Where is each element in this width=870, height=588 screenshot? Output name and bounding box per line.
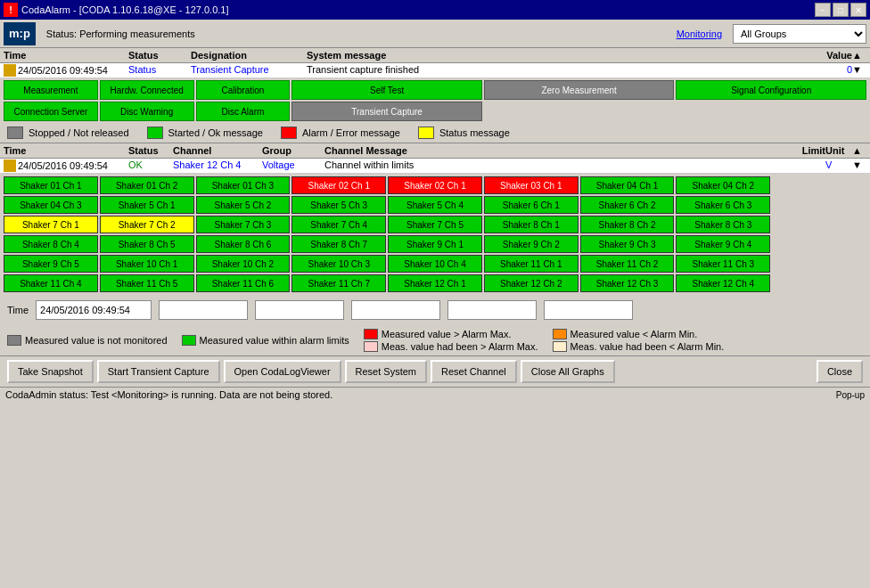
channel-button-1-1[interactable]: Shaker 5 Ch 1 [100,196,194,214]
ch-scroll-up[interactable]: ▲ [852,145,866,156]
disc-warning-button[interactable]: Disc Warning [100,102,194,121]
ch-row-channel: Shaker 12 Ch 4 [173,159,262,172]
channel-button-1-0[interactable]: Shaker 04 Ch 3 [4,196,98,214]
take-snapshot-button[interactable]: Take Snapshot [7,360,94,383]
signal-config-button[interactable]: Signal Configuration [676,80,866,100]
reset-system-button[interactable]: Reset System [345,360,427,383]
channel-button-2-5[interactable]: Shaker 8 Ch 1 [484,216,579,233]
channel-button-0-4[interactable]: Shaker 02 Ch 1 [388,176,482,194]
hardw-connected-button[interactable]: Hardw. Connected [100,80,194,100]
channel-button-3-4[interactable]: Shaker 9 Ch 1 [388,235,482,253]
time-input[interactable] [36,300,152,320]
time-field-5[interactable] [447,300,537,320]
channel-button-0-0[interactable]: Shaker 01 Ch 1 [4,176,98,194]
time-label: Time [7,305,29,315]
had-been-below-icon [553,341,567,352]
channel-button-3-3[interactable]: Shaker 8 Ch 7 [291,235,386,253]
channel-button-4-6[interactable]: Shaker 11 Ch 2 [580,255,675,273]
channel-button-4-4[interactable]: Shaker 10 Ch 4 [388,255,482,273]
channel-button-4-7[interactable]: Shaker 11 Ch 3 [676,255,770,273]
zero-measurement-button[interactable]: Zero Measurement [484,80,675,100]
channel-button-2-1[interactable]: Shaker 7 Ch 2 [100,216,194,233]
close-button[interactable]: Close [817,360,863,383]
not-monitored-label: Measured value is not monitored [25,335,168,346]
ch-scroll-down[interactable]: ▼ [852,159,866,172]
channel-button-5-0[interactable]: Shaker 11 Ch 4 [4,274,98,292]
channel-button-2-7[interactable]: Shaker 8 Ch 3 [676,216,770,233]
channel-row-3: Shaker 8 Ch 4Shaker 8 Ch 5Shaker 8 Ch 6S… [4,235,866,253]
transient-capture-button[interactable]: Transient Capture [291,102,482,121]
log-header-time: Time [4,50,128,61]
status-bar: CodaAdmin status: Test <Monitoring> is r… [0,387,870,402]
log-row-value: 0 [799,64,852,77]
time-field-4[interactable] [351,300,440,320]
channel-button-4-1[interactable]: Shaker 10 Ch 1 [100,255,194,273]
channel-button-3-2[interactable]: Shaker 8 Ch 6 [196,235,291,253]
channel-button-0-3[interactable]: Shaker 02 Ch 1 [291,176,386,194]
channel-button-4-3[interactable]: Shaker 10 Ch 3 [291,255,386,273]
channel-button-3-0[interactable]: Shaker 8 Ch 4 [4,235,98,253]
disc-alarm-button[interactable]: Disc Alarm [196,102,291,121]
monitoring-link[interactable]: Monitoring [669,29,729,39]
channel-button-2-6[interactable]: Shaker 8 Ch 2 [580,216,675,233]
channel-button-0-5[interactable]: Shaker 03 Ch 1 [484,176,579,194]
channel-button-5-5[interactable]: Shaker 12 Ch 2 [484,274,579,292]
log-scroll-up[interactable]: ▲ [852,50,866,61]
channel-button-3-6[interactable]: Shaker 9 Ch 3 [580,235,675,253]
connection-server-button[interactable]: Connection Server [4,102,98,121]
channel-button-3-1[interactable]: Shaker 8 Ch 5 [100,235,194,253]
channel-button-5-2[interactable]: Shaker 11 Ch 6 [196,274,291,292]
button-row-1: Measurement Hardw. Connected Calibration… [0,78,870,102]
toolbar: m:p Status: Performing measurements Moni… [0,20,870,48]
log-row-designation: Transient Capture [191,64,307,77]
channel-button-1-2[interactable]: Shaker 5 Ch 2 [196,196,291,214]
ch-header-group: Group [262,145,324,156]
time-field-3[interactable] [255,300,344,320]
had-been-above-label: Meas. value had been > Alarm Max. [382,341,538,352]
channel-button-0-7[interactable]: Shaker 04 Ch 2 [676,176,770,194]
measurement-button[interactable]: Measurement [4,80,98,100]
time-field-6[interactable] [544,300,633,320]
log-header-sysmsg: System message [307,50,799,61]
close-all-graphs-button[interactable]: Close All Graphs [521,360,615,383]
channel-button-2-4[interactable]: Shaker 7 Ch 5 [388,216,482,233]
start-transient-button[interactable]: Start Transient Capture [97,360,220,383]
self-test-button[interactable]: Self Test [291,80,482,100]
channel-button-1-5[interactable]: Shaker 6 Ch 1 [484,196,579,214]
close-window-button[interactable]: ✕ [850,3,866,17]
channel-button-5-1[interactable]: Shaker 11 Ch 5 [100,274,194,292]
open-logviewer-button[interactable]: Open CodaLogViewer [224,360,341,383]
channel-button-3-7[interactable]: Shaker 9 Ch 4 [676,235,770,253]
reset-channel-button[interactable]: Reset Channel [431,360,517,383]
ch-row-icon [4,159,16,172]
channel-button-1-7[interactable]: Shaker 6 Ch 3 [676,196,770,214]
channel-button-0-6[interactable]: Shaker 04 Ch 1 [580,176,675,194]
groups-select[interactable]: All Groups [733,24,866,44]
below-min-label: Measured value < Alarm Min. [570,329,698,339]
channel-button-0-1[interactable]: Shaker 01 Ch 2 [100,176,194,194]
channel-button-4-5[interactable]: Shaker 11 Ch 1 [484,255,579,273]
channel-button-2-0[interactable]: Shaker 7 Ch 1 [4,216,98,233]
channel-button-1-6[interactable]: Shaker 6 Ch 2 [580,196,675,214]
channel-button-4-2[interactable]: Shaker 10 Ch 2 [196,255,291,273]
channel-button-1-4[interactable]: Shaker 5 Ch 4 [388,196,482,214]
ch-row-msg: Channel within limits [324,159,781,172]
maximize-button[interactable]: □ [833,3,849,17]
channel-button-3-5[interactable]: Shaker 9 Ch 2 [484,235,579,253]
alarm-icon [281,127,297,139]
time-field-2[interactable] [159,300,248,320]
within-limits-label: Measured value within alarm limits [200,335,349,346]
channel-button-5-3[interactable]: Shaker 11 Ch 7 [291,274,386,292]
channel-button-0-2[interactable]: Shaker 01 Ch 3 [196,176,291,194]
channel-button-5-6[interactable]: Shaker 12 Ch 3 [580,274,675,292]
channel-button-5-4[interactable]: Shaker 12 Ch 1 [388,274,482,292]
channel-button-1-3[interactable]: Shaker 5 Ch 3 [291,196,386,214]
channel-button-2-3[interactable]: Shaker 7 Ch 4 [291,216,386,233]
minimize-button[interactable]: − [815,3,831,17]
channel-button-2-2[interactable]: Shaker 7 Ch 3 [196,216,291,233]
calibration-button[interactable]: Calibration [196,80,291,100]
channel-button-4-0[interactable]: Shaker 9 Ch 5 [4,255,98,273]
channel-log-row: 24/05/2016 09:49:54 OK Shaker 12 Ch 4 Vo… [0,159,870,174]
channel-button-5-7[interactable]: Shaker 12 Ch 4 [676,274,770,292]
log-scroll-down[interactable]: ▼ [852,64,866,77]
